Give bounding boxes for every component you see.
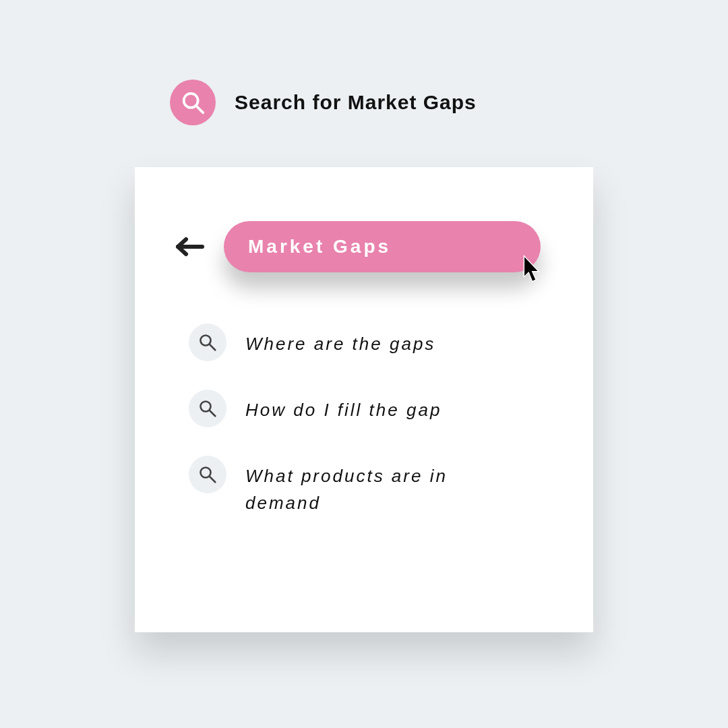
- search-card: Market Gaps Where are the gaps: [135, 167, 593, 632]
- search-input[interactable]: Market Gaps: [224, 221, 541, 272]
- page-title: Search for Market Gaps: [235, 91, 477, 114]
- suggestion-list: Where are the gaps How do I fill the gap…: [189, 324, 539, 517]
- suggestion-item[interactable]: Where are the gaps: [189, 324, 539, 361]
- svg-marker-3: [524, 256, 539, 282]
- search-query-text: Market Gaps: [248, 236, 391, 257]
- svg-line-5: [210, 344, 215, 350]
- search-icon: [170, 80, 216, 125]
- search-icon: [189, 390, 226, 427]
- suggestion-label: What products are in demand: [245, 456, 515, 517]
- back-arrow-icon[interactable]: [175, 237, 205, 257]
- svg-line-9: [210, 477, 215, 482]
- suggestion-label: How do I fill the gap: [245, 390, 442, 423]
- suggestion-item[interactable]: What products are in demand: [189, 456, 539, 517]
- suggestion-item[interactable]: How do I fill the gap: [189, 390, 539, 427]
- search-icon: [189, 324, 226, 361]
- page-header: Search for Market Gaps: [170, 80, 477, 125]
- search-row: Market Gaps: [175, 221, 541, 272]
- suggestion-label: Where are the gaps: [245, 324, 435, 357]
- svg-line-7: [210, 411, 215, 416]
- search-icon: [189, 456, 226, 493]
- cursor-icon: [523, 255, 543, 284]
- svg-line-1: [196, 106, 203, 113]
